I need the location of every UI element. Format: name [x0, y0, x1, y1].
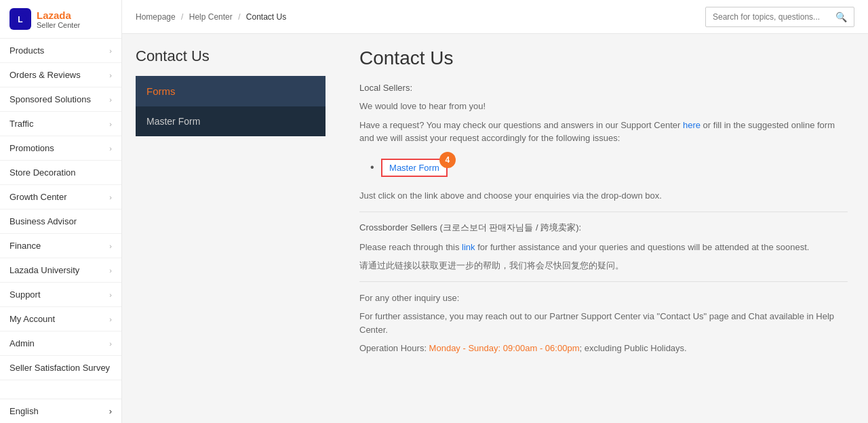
bullet-icon: • [370, 161, 374, 173]
sidebar-item-label: Store Decoration [9, 167, 76, 178]
sidebar-item-label: Products [9, 45, 44, 56]
hours-highlight: Monday - Sunday: 09:00am - 06:00pm [429, 343, 580, 353]
sidebar-item-business-advisor[interactable]: Business Advisor [0, 209, 121, 234]
chevron-right-icon: › [109, 291, 112, 299]
contact-heading: Contact Us [359, 47, 848, 69]
sidebar-item-label: My Account [9, 314, 55, 324]
other-inquiry-text: For any other inquiry use: [359, 291, 848, 305]
crossborder-before: Please reach through this [359, 242, 462, 252]
local-sellers-label: Local Sellers: [359, 83, 848, 93]
breadcrumb-help-center[interactable]: Help Center [189, 12, 233, 22]
master-form-label: Master Form [389, 163, 439, 173]
sidebar-item-label: Support [9, 289, 41, 300]
tab-master-form[interactable]: Master Form [136, 106, 326, 136]
sidebar-item-lazada-university[interactable]: Lazada University › [0, 258, 121, 283]
further-assistance-text: For further assistance, you may reach ou… [359, 310, 848, 336]
chevron-right-icon: › [109, 406, 112, 416]
sidebar-item-label: Promotions [9, 143, 54, 153]
breadcrumb-sep2: / [238, 12, 240, 22]
sidebar-item-label: Orders & Reviews [9, 70, 81, 80]
sidebar-item-traffic[interactable]: Traffic › [0, 112, 121, 136]
main-area: Homepage / Help Center / Contact Us 🔍 Co… [122, 0, 868, 423]
sidebar-item-label: Seller Satisfaction Survey [9, 363, 110, 373]
chevron-right-icon: › [109, 315, 112, 323]
sidebar-item-products[interactable]: Products › [0, 39, 121, 63]
breadcrumb-sep1: / [181, 12, 183, 22]
breadcrumb: Homepage / Help Center / Contact Us [136, 12, 286, 22]
divider-2 [359, 281, 848, 282]
sidebar-item-finance[interactable]: Finance › [0, 234, 121, 258]
chevron-right-icon: › [109, 266, 112, 275]
sidebar-item-label: Lazada University [9, 265, 79, 275]
operation-hours-text: Operation Hours: Monday - Sunday: 09:00a… [359, 342, 848, 355]
sidebar-item-growth-center[interactable]: Growth Center › [0, 185, 121, 209]
sidebar-item-orders-reviews[interactable]: Orders & Reviews › [0, 63, 121, 87]
lazada-label: Lazada [37, 9, 80, 21]
page-title: Contact Us [136, 47, 326, 65]
breadcrumb-current: Contact Us [246, 12, 286, 22]
intro-text: We would love to hear from you! [359, 100, 848, 113]
hours-before: Operation Hours: [359, 343, 429, 353]
chevron-right-icon: › [109, 120, 112, 128]
crossborder-label: Crossborder Sellers (크로스보더 판매자님들 / 跨境卖家)… [359, 222, 848, 234]
sidebar-item-label: Traffic [9, 119, 33, 129]
sidebar-item-promotions[interactable]: Promotions › [0, 136, 121, 161]
logo-text: Lazada Seller Center [37, 9, 80, 29]
chevron-right-icon: › [109, 193, 112, 201]
sidebar-logo: L Lazada Seller Center [0, 0, 121, 39]
sidebar-item-label: Business Advisor [9, 216, 77, 226]
lazada-logo-icon: L [9, 8, 31, 30]
here-link[interactable]: here [683, 120, 701, 130]
chevron-right-icon: › [109, 71, 112, 79]
content-area: Contact Us Forms Master Form Contact Us … [122, 34, 868, 423]
crossborder-after: for further assistance and your queries … [475, 242, 810, 252]
sidebar-language-selector[interactable]: English › [0, 399, 121, 423]
crossborder-text: Please reach through this link for furth… [359, 241, 848, 254]
tab-forms[interactable]: Forms [136, 76, 326, 106]
search-box[interactable]: 🔍 [705, 7, 854, 27]
svg-text:L: L [18, 15, 22, 24]
right-panel: Contact Us Local Sellers: We would love … [339, 34, 868, 423]
hours-after: ; excluding Public Holidays. [579, 343, 686, 353]
breadcrumb-home[interactable]: Homepage [136, 12, 176, 22]
seller-center-label: Seller Center [37, 21, 80, 29]
search-input[interactable] [706, 8, 829, 26]
badge-number: 4 [439, 152, 456, 168]
sidebar-item-label: Finance [9, 241, 41, 251]
sidebar-item-store-decoration[interactable]: Store Decoration [0, 161, 121, 185]
sidebar: L Lazada Seller Center Products › Orders… [0, 0, 122, 423]
master-form-bullet: • Master Form 4 [370, 156, 448, 180]
sidebar-item-my-account[interactable]: My Account › [0, 307, 121, 331]
sidebar-item-seller-survey[interactable]: Seller Satisfaction Survey [0, 356, 121, 380]
sidebar-item-sponsored-solutions[interactable]: Sponsored Solutions › [0, 87, 121, 112]
sidebar-item-label: Admin [9, 338, 35, 348]
divider-1 [359, 212, 848, 212]
master-form-link[interactable]: Master Form 4 [381, 159, 448, 177]
chevron-right-icon: › [109, 96, 112, 104]
just-click-text: Just click on the link above and choose … [359, 189, 848, 203]
chevron-right-icon: › [109, 47, 112, 55]
sidebar-item-label: Sponsored Solutions [9, 94, 91, 104]
chevron-right-icon: › [109, 340, 112, 348]
request-text: Have a request? You may check our questi… [359, 119, 848, 145]
crossborder-link[interactable]: link [462, 242, 475, 252]
sidebar-item-label: Growth Center [9, 192, 67, 202]
chinese-text: 请通过此链接以获取更进一步的帮助，我们将会尽快回复您的疑问。 [359, 260, 848, 272]
chevron-right-icon: › [109, 242, 112, 250]
request-before: Have a request? You may check our questi… [359, 120, 683, 130]
sidebar-item-support[interactable]: Support › [0, 283, 121, 307]
topbar: Homepage / Help Center / Contact Us 🔍 [122, 0, 868, 34]
left-panel: Contact Us Forms Master Form [122, 34, 339, 423]
language-label: English [9, 406, 39, 416]
chevron-right-icon: › [109, 144, 112, 153]
search-button[interactable]: 🔍 [829, 7, 854, 26]
sidebar-item-admin[interactable]: Admin › [0, 331, 121, 356]
